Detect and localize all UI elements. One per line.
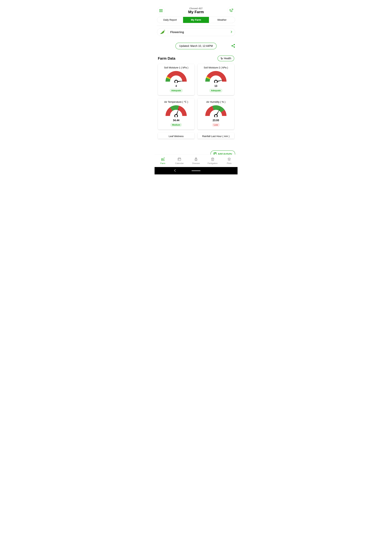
crop-stage-selector[interactable]: Flowering [157, 28, 235, 36]
svg-point-3 [234, 44, 235, 45]
nav-calendar-label: Calendar [175, 162, 184, 165]
bottom-nav: Farm Calendar Disease [155, 155, 238, 167]
gauge-value: 13 [199, 84, 232, 88]
separator [168, 30, 168, 34]
sensor-card[interactable]: Air Humidity ( % ) 23.93 Low [197, 98, 234, 130]
svg-point-11 [175, 114, 178, 117]
card-title: Soil Moisture-2 ( kPa ) [199, 66, 232, 69]
gauge-value: 23.93 [199, 119, 232, 122]
svg-point-1 [232, 9, 232, 9]
nav-disease[interactable]: Disease [188, 155, 204, 167]
page-title: My Farm [188, 10, 204, 14]
phone-chat-icon [229, 8, 233, 13]
tab-daily-report[interactable]: Daily Report [157, 17, 183, 23]
tractor-icon [161, 157, 165, 161]
nav-farm[interactable]: Farm [155, 155, 171, 167]
nav-farm-label: Farm [160, 162, 165, 165]
card-title: Air Humidity ( % ) [199, 101, 232, 103]
card-title: Air Temperature ( ℃ ) [160, 101, 193, 103]
gauge-status-badge: Adequate [169, 89, 183, 93]
nav-plots-label: Plots [227, 162, 232, 165]
updated-row: Updated: March 10, 12:44PM [157, 43, 235, 49]
gauge-value: 34.44 [160, 119, 193, 122]
divider [157, 26, 235, 26]
header-title-block: Chovad~827 My Farm [188, 7, 204, 14]
report-tabs: Daily Report My Farm Weather [157, 17, 235, 23]
gauge-status-badge: Low [212, 123, 220, 127]
tab-weather[interactable]: Weather [209, 17, 235, 23]
stethoscope-icon [221, 57, 223, 60]
svg-point-17 [163, 160, 164, 161]
system-back-button[interactable] [174, 169, 176, 172]
card-title: Leaf Wetness [160, 135, 193, 138]
calendar-icon [177, 157, 181, 161]
gauge-icon [165, 70, 187, 83]
health-button[interactable]: Health [218, 56, 234, 61]
farm-id-label: Chovad~827 [188, 7, 204, 10]
svg-point-10 [214, 80, 217, 83]
gauge-icon [205, 105, 227, 117]
card-title: Soil Moisture-1 ( kPa ) [160, 66, 193, 69]
app-header: Chovad~827 My Farm [157, 7, 235, 15]
rainfall-card[interactable]: Rainfall Last Hour ( mm ) [197, 133, 234, 139]
call-support-button[interactable] [227, 7, 235, 15]
svg-point-16 [162, 160, 162, 160]
gauge-status-badge: Adequate [209, 89, 223, 93]
svg-point-2 [232, 9, 233, 9]
sensor-cards-partial: Leaf Wetness Rainfall Last Hour ( mm ) [157, 133, 235, 139]
last-updated-pill[interactable]: Updated: March 10, 12:44PM [175, 43, 217, 49]
share-button[interactable] [231, 44, 235, 48]
nav-calendar[interactable]: Calendar [171, 155, 188, 167]
nav-plots[interactable]: Plots [221, 155, 238, 167]
health-label: Health [224, 57, 231, 60]
hamburger-icon [159, 9, 163, 12]
nav-fertigation-label: Fertigation [208, 162, 218, 165]
nav-disease-label: Disease [192, 162, 200, 165]
svg-point-8 [222, 58, 223, 59]
svg-point-4 [232, 45, 233, 47]
fertigation-icon [211, 157, 215, 161]
svg-rect-26 [212, 158, 214, 158]
gauge-icon [165, 105, 187, 117]
farm-data-header: Farm Data Health [157, 56, 235, 61]
tab-my-farm[interactable]: My Farm [183, 17, 209, 23]
svg-rect-22 [178, 159, 179, 160]
share-icon [231, 44, 235, 48]
chevron-right-icon [231, 30, 232, 34]
sensor-card[interactable]: Air Temperature ( ℃ ) 34.44 Medium [158, 98, 195, 130]
system-home-pill[interactable] [192, 170, 200, 171]
menu-button[interactable] [157, 7, 165, 15]
svg-line-6 [232, 45, 234, 46]
svg-line-7 [232, 46, 234, 47]
gauge-status-badge: Medium [170, 123, 182, 127]
sensor-cards-grid: Soil Moisture-1 ( kPa ) 4 Adequate Soil … [157, 64, 235, 130]
sensor-card[interactable]: Soil Moisture-2 ( kPa ) 13 Adequate [197, 64, 234, 95]
card-title: Rainfall Last Hour ( mm ) [199, 135, 232, 138]
nav-fertigation[interactable]: Fertigation [204, 155, 221, 167]
sensor-card[interactable]: Soil Moisture-1 ( kPa ) 4 Adequate [158, 64, 195, 95]
system-nav-bar [155, 167, 238, 174]
svg-rect-18 [178, 158, 181, 161]
chili-pepper-icon [160, 30, 166, 35]
section-title: Farm Data [158, 56, 175, 60]
gauge-icon [205, 70, 227, 83]
svg-point-12 [214, 114, 217, 117]
svg-point-5 [234, 47, 235, 48]
last-updated-text: Updated: March 10, 12:44PM [179, 45, 213, 47]
crop-stage-label: Flowering [170, 30, 231, 34]
bug-icon [194, 157, 198, 161]
leaf-wetness-card[interactable]: Leaf Wetness [158, 133, 195, 139]
svg-point-0 [232, 9, 232, 9]
layers-icon [227, 157, 231, 161]
svg-point-9 [175, 80, 178, 83]
gauge-value: 4 [160, 84, 193, 88]
